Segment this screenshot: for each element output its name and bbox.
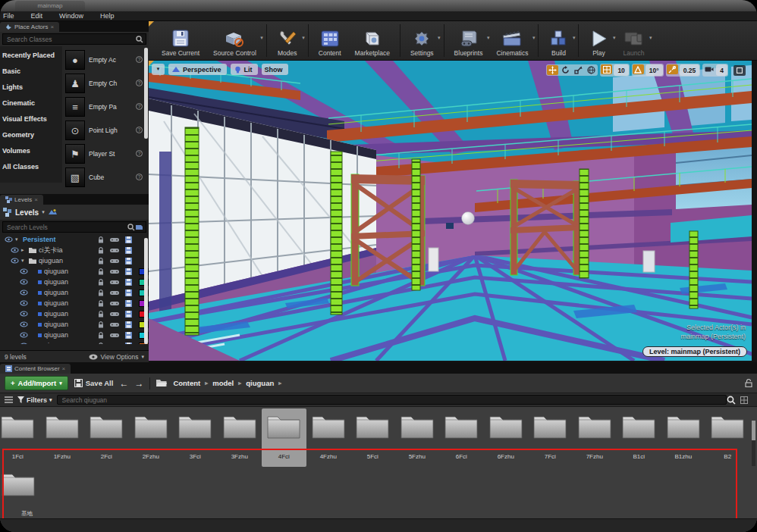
visibility-eye-icon[interactable]	[20, 311, 28, 317]
gamepad-icon[interactable]	[110, 322, 119, 327]
level-label[interactable]: qiuguan	[44, 331, 68, 339]
rotate-tool-icon[interactable]	[560, 65, 571, 75]
level-row[interactable]: qiuguan	[0, 266, 149, 277]
lit-button[interactable]: Lit	[231, 64, 258, 75]
category-item[interactable]: Volumes	[0, 143, 62, 159]
folder-tile[interactable]: 1Fzhu	[40, 408, 85, 467]
level-label[interactable]: qiuguan	[44, 289, 68, 296]
actor-item[interactable]: ⊙ Point Ligh ?	[62, 118, 149, 142]
close-icon[interactable]: ×	[62, 365, 66, 372]
save-icon[interactable]	[125, 236, 132, 243]
level-row[interactable]: qiuguan	[0, 308, 149, 319]
gamepad-icon[interactable]	[110, 333, 119, 338]
grid-snap-icon[interactable]	[601, 64, 612, 74]
scrollbar-thumb[interactable]	[144, 48, 148, 139]
grid-snap-value[interactable]: 10	[614, 64, 628, 76]
lock-icon[interactable]	[98, 311, 104, 318]
folder-tile[interactable]: 3Fzhu	[218, 408, 262, 467]
scale-snap-icon[interactable]	[667, 64, 678, 74]
forward-arrow-button[interactable]: →	[134, 378, 143, 389]
visibility-eye-icon[interactable]	[20, 279, 28, 285]
save-icon[interactable]	[125, 247, 132, 254]
save-icon[interactable]	[125, 332, 132, 339]
hamburger-menu-icon[interactable]	[5, 396, 13, 403]
visibility-eye-icon[interactable]	[20, 289, 28, 296]
content-button[interactable]: Content	[312, 21, 348, 60]
close-icon[interactable]: ×	[34, 196, 38, 203]
level-label[interactable]: qiuguan	[44, 278, 68, 286]
scrollbar[interactable]	[752, 421, 755, 466]
visibility-eye-icon[interactable]	[20, 343, 28, 344]
add-import-button[interactable]: + Add/Import ▾	[5, 376, 68, 390]
perspective-button[interactable]: Perspective	[168, 64, 227, 75]
expand-caret-icon[interactable]: ▸	[21, 247, 27, 253]
folder-tile[interactable]: 2Fci	[84, 408, 129, 467]
saved-search-circle-icon[interactable]	[727, 396, 736, 405]
breadcrumb-item[interactable]: qiuguan	[246, 379, 274, 387]
show-button[interactable]: Show	[262, 64, 288, 75]
save-icon[interactable]	[125, 300, 132, 307]
save-icon[interactable]	[125, 343, 132, 345]
folder-tile[interactable]: 6Fci	[439, 408, 484, 467]
level-row[interactable]: qiuguan	[0, 287, 149, 298]
lock-icon[interactable]	[98, 268, 104, 275]
category-item[interactable]: Geometry	[0, 127, 62, 143]
level-row[interactable]: qiuguan	[0, 330, 149, 340]
gamepad-icon[interactable]	[110, 258, 119, 264]
settings-button[interactable]: Settings ▾	[404, 21, 441, 60]
actor-item[interactable]: ≡ Empty Pa ?	[62, 95, 149, 118]
folder-tile[interactable]: B1ci	[617, 408, 661, 467]
search-assets-input[interactable]	[61, 396, 723, 405]
level-label[interactable]: qiuguan	[44, 268, 68, 275]
breadcrumb-item[interactable]: model	[212, 379, 234, 387]
lock-icon[interactable]	[98, 332, 104, 339]
gamepad-icon[interactable]	[110, 280, 119, 285]
breadcrumb-item[interactable]: Content	[173, 379, 200, 387]
category-item[interactable]: Basic	[0, 64, 62, 80]
filters-button[interactable]: Filters ▾	[17, 396, 52, 404]
level-label[interactable]: Persistent	[23, 236, 56, 243]
scrollbar-thumb[interactable]	[144, 238, 148, 344]
view-options-button[interactable]: View Options ▾	[89, 353, 144, 361]
folder-tile[interactable]: 4Fci	[262, 408, 306, 467]
viewport-3d[interactable]: ▼ Perspective Lit Show	[149, 61, 752, 361]
gamepad-icon[interactable]	[110, 343, 119, 345]
maximize-viewport-icon[interactable]	[733, 65, 746, 76]
folder-tile[interactable]: 4Fzhu	[306, 408, 351, 467]
levels-menu-button[interactable]: Levels	[15, 208, 39, 217]
actor-item[interactable]: ▧ Cube ?	[62, 165, 149, 189]
world-icon[interactable]	[48, 208, 58, 217]
tab-levels[interactable]: Levels ×	[0, 195, 43, 205]
scale-tool-icon[interactable]	[573, 65, 584, 75]
lock-icon[interactable]	[98, 279, 104, 286]
cinematics-button[interactable]: Cinematics ▾	[489, 21, 535, 60]
level-label[interactable]: qiuguan	[44, 299, 68, 307]
help-icon[interactable]: ?	[136, 56, 143, 63]
gamepad-icon[interactable]	[110, 301, 119, 306]
move-tool-icon[interactable]	[547, 65, 558, 75]
level-label[interactable]: qiuguan	[44, 342, 68, 344]
tab-content-browser[interactable]: Content Browser ×	[0, 364, 71, 374]
gamepad-icon[interactable]	[110, 290, 119, 296]
folder-tile[interactable]: B1zhu	[661, 408, 706, 467]
help-icon[interactable]: ?	[136, 150, 143, 157]
lock-icon[interactable]	[98, 258, 104, 264]
folder-tile[interactable]: 5Fzhu	[395, 408, 440, 467]
level-label[interactable]: qiuguan	[39, 257, 63, 264]
world-space-globe-icon[interactable]	[586, 65, 597, 75]
camera-speed-value[interactable]: 4	[716, 64, 727, 76]
help-icon[interactable]: ?	[136, 127, 143, 133]
search-classes-input[interactable]	[5, 35, 136, 44]
folder-tile[interactable]: 5Fci	[350, 408, 395, 467]
help-icon[interactable]: ?	[136, 174, 143, 180]
level-label[interactable]: qiuguan	[44, 321, 68, 328]
folder-tile[interactable]: 基地	[2, 471, 35, 518]
gamepad-icon[interactable]	[110, 237, 119, 243]
source-control-button[interactable]: Source Control ▾	[206, 21, 263, 60]
help-icon[interactable]: ?	[136, 103, 143, 110]
visibility-eye-icon[interactable]	[11, 247, 19, 253]
current-level-badge[interactable]: Level: mainmap (Persistent)	[642, 346, 747, 357]
tab-place-actors[interactable]: Place Actors ×	[0, 22, 59, 32]
gamepad-icon[interactable]	[110, 248, 119, 253]
menu-item[interactable]: Edit	[31, 12, 43, 20]
